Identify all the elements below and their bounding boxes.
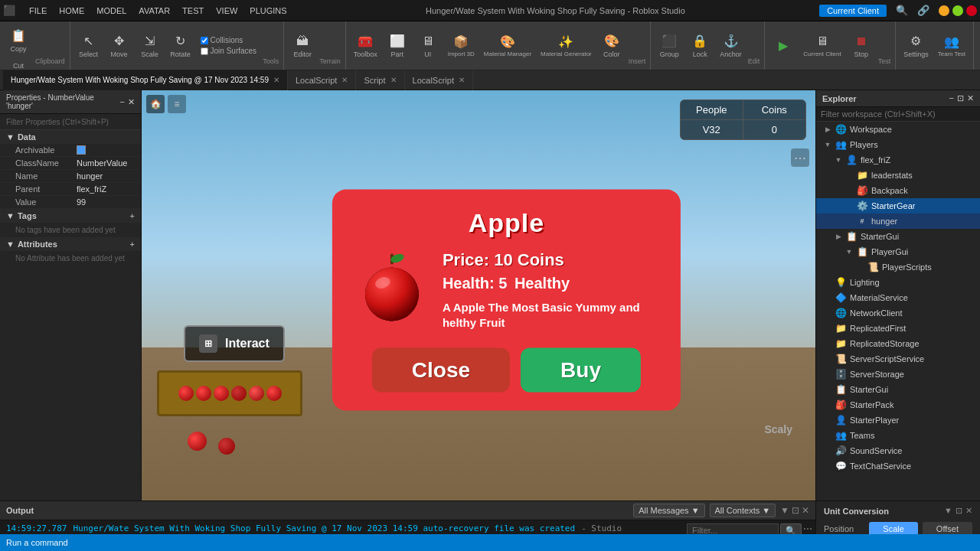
- ui-button[interactable]: 🖥 UI: [414, 26, 442, 66]
- output-collapse-icon[interactable]: ▼: [780, 505, 789, 516]
- prop-value-val[interactable]: 99: [77, 197, 86, 207]
- explorer-float-icon[interactable]: ⊡: [957, 93, 964, 103]
- tree-starterplayer[interactable]: 👤 StarterPlayer: [816, 412, 980, 428]
- toolbox-button[interactable]: 🧰 Toolbox: [351, 26, 381, 66]
- tree-leaderstats[interactable]: 📁 leaderstats: [816, 168, 980, 183]
- current-client-button[interactable]: 🖥 Current Client: [800, 26, 844, 66]
- menu-file[interactable]: FILE: [24, 6, 51, 15]
- buy-button[interactable]: Buy: [521, 347, 641, 392]
- explorer-search-input[interactable]: [821, 109, 975, 119]
- tree-flex-friz[interactable]: ▼ 👤 flex_friZ: [816, 152, 980, 168]
- tree-playerscripts[interactable]: 📜 PlayerScripts: [816, 259, 980, 275]
- output-float-icon[interactable]: ⊡: [792, 505, 799, 516]
- collisions-checkbox[interactable]: [201, 37, 208, 44]
- tree-replicatedstorage[interactable]: 📁 ReplicatedStorage: [816, 336, 980, 351]
- close-button[interactable]: [966, 5, 977, 16]
- tree-backpack[interactable]: 🎒 Backpack: [816, 183, 980, 198]
- move-button[interactable]: ✥ Move: [106, 26, 133, 66]
- tab-localscript1-close[interactable]: ✕: [341, 76, 348, 84]
- interact-button[interactable]: ⊞ Interact: [184, 325, 285, 362]
- close-button-modal[interactable]: Close: [372, 347, 510, 392]
- tab-main[interactable]: Hunger/Wate System With Woking Shop Full…: [3, 70, 288, 90]
- uc-float-icon[interactable]: ⊡: [956, 506, 962, 516]
- explorer-collapse-icon[interactable]: −: [949, 93, 954, 103]
- tree-starterpack[interactable]: 🎒 StarterPack: [816, 397, 980, 412]
- tree-startergui-child[interactable]: ▶ 📋 StarterGui: [816, 229, 980, 244]
- copy-button[interactable]: 📋 Copy: [5, 21, 32, 60]
- material-generator-button[interactable]: ✨ Material Generator: [537, 26, 595, 66]
- terrain-editor-button[interactable]: 🏔 Editor: [289, 26, 316, 66]
- archivable-checkbox[interactable]: [77, 145, 86, 155]
- properties-close-icon[interactable]: ✕: [128, 97, 135, 107]
- menu-avatar[interactable]: AVATAR: [134, 6, 175, 15]
- rotate-button[interactable]: ↻ Rotate: [167, 26, 194, 66]
- tree-textchatservice[interactable]: 💬 TextChatService: [816, 458, 980, 474]
- menu-home[interactable]: HOME: [54, 6, 89, 15]
- maximize-button[interactable]: [952, 5, 963, 16]
- menu-model[interactable]: MODEL: [92, 6, 131, 15]
- menu-view[interactable]: VIEW: [211, 6, 242, 15]
- tree-serverscriptservice[interactable]: 📜 ServerScriptService: [816, 351, 980, 367]
- color-button[interactable]: 🎨 Color: [598, 26, 626, 66]
- explorer-close-icon[interactable]: ✕: [967, 93, 974, 103]
- links-icon[interactable]: 🔗: [917, 5, 929, 16]
- lock-button[interactable]: 🔒 Lock: [686, 26, 714, 66]
- minimize-button[interactable]: [939, 5, 949, 16]
- tree-soundservice[interactable]: 🔊 SoundService: [816, 443, 980, 458]
- explorer-search-bar[interactable]: [816, 107, 980, 122]
- viewport-more-options[interactable]: ⋯: [791, 148, 809, 167]
- tree-lighting[interactable]: 💡 Lighting: [816, 275, 980, 290]
- tree-replicatedfirst[interactable]: 📁 ReplicatedFirst: [816, 321, 980, 336]
- tree-serverstorage[interactable]: 🗄️ ServerStorage: [816, 367, 980, 382]
- part-button[interactable]: ⬜ Part: [384, 26, 411, 66]
- prop-name-val[interactable]: hunger: [77, 171, 103, 181]
- tab-localscript2[interactable]: LocalScript ✕: [405, 70, 473, 90]
- add-attribute-icon[interactable]: +: [130, 240, 135, 249]
- play-button[interactable]: ▶: [769, 26, 797, 66]
- search-icon[interactable]: 🔍: [896, 5, 908, 16]
- anchor-button[interactable]: ⚓ Anchor: [717, 26, 745, 66]
- tree-startergear[interactable]: ⚙️ StarterGear: [816, 198, 980, 214]
- tree-networkclient[interactable]: 🌐 NetworkClient: [816, 305, 980, 321]
- tab-localscript1[interactable]: LocalScript ✕: [288, 70, 356, 90]
- contexts-filter-dropdown[interactable]: All Contexts ▼: [710, 504, 776, 517]
- view-list-button[interactable]: ≡: [168, 95, 186, 113]
- play-section: ▶ 🖥 Current Client ⏹ Stop Test: [765, 21, 896, 70]
- attributes-section-header[interactable]: ▼ Attributes +: [0, 237, 141, 251]
- game-viewport[interactable]: ⊞ Interact People Coins V32 0 ⋯ 🏠 ≡ Appl…: [142, 90, 815, 500]
- output-more-icon[interactable]: ⋯: [803, 523, 812, 534]
- tree-startergui-root[interactable]: 📋 StarterGui: [816, 382, 980, 397]
- uc-collapse-icon[interactable]: ▼: [944, 506, 952, 516]
- import3d-button[interactable]: 📦 Import 3D: [445, 26, 478, 66]
- group-button[interactable]: ⬛ Group: [655, 26, 683, 66]
- team-test-button[interactable]: 👥 Team Test: [935, 26, 969, 66]
- tree-playergui[interactable]: ▼ 📋 PlayerGui: [816, 244, 980, 259]
- scale-button[interactable]: ⇲ Scale: [136, 26, 164, 66]
- uc-close-icon[interactable]: ✕: [965, 506, 972, 516]
- tags-section-header[interactable]: ▼ Tags +: [0, 209, 141, 223]
- stop-button[interactable]: ⏹ Stop: [848, 26, 875, 66]
- collaborate-button[interactable]: Current Client: [819, 5, 887, 17]
- menu-plugins[interactable]: PLUGINS: [245, 6, 291, 15]
- properties-collapse-icon[interactable]: −: [120, 97, 125, 107]
- tab-main-close[interactable]: ✕: [273, 76, 279, 84]
- select-button[interactable]: ↖ Select: [75, 26, 103, 66]
- tree-players[interactable]: ▼ 👥 Players: [816, 137, 980, 152]
- tree-hunger[interactable]: # hunger: [816, 214, 980, 229]
- tab-localscript2-close[interactable]: ✕: [459, 76, 465, 84]
- view-3d-button[interactable]: 🏠: [146, 95, 165, 113]
- material-manager-button[interactable]: 🎨 Material Manager: [481, 26, 534, 66]
- join-surfaces-checkbox[interactable]: [201, 47, 208, 55]
- window-title: Hunger/Wate System With Woking Shop Full…: [295, 6, 816, 15]
- tree-materialservice[interactable]: 🔷 MaterialService: [816, 290, 980, 305]
- output-close-icon[interactable]: ✕: [802, 505, 809, 516]
- add-tag-icon[interactable]: +: [130, 211, 135, 220]
- tree-teams[interactable]: 👥 Teams: [816, 428, 980, 443]
- tree-workspace[interactable]: ▶ 🌐 Workspace: [816, 122, 980, 137]
- messages-filter-dropdown[interactable]: All Messages ▼: [633, 504, 704, 517]
- settings-button[interactable]: ⚙ Settings: [900, 26, 932, 66]
- tab-script-close[interactable]: ✕: [390, 76, 397, 84]
- data-section-header[interactable]: ▼ Data: [0, 130, 141, 144]
- tab-script[interactable]: Script ✕: [356, 70, 404, 90]
- menu-test[interactable]: TEST: [178, 6, 208, 15]
